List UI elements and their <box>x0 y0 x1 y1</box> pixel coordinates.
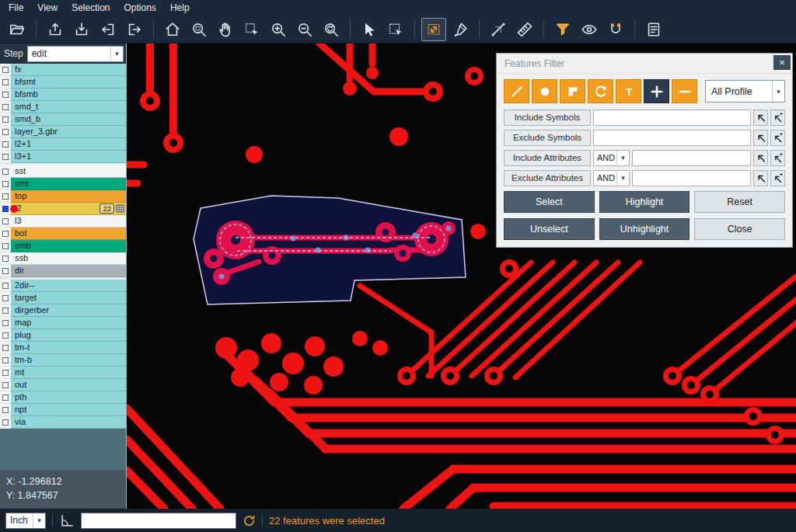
layer-name-cell[interactable]: out <box>11 379 126 391</box>
zoom-window-tool-button[interactable] <box>187 18 211 41</box>
layer-checkbox[interactable] <box>0 113 11 126</box>
layer-checkbox[interactable] <box>0 292 11 304</box>
command-input[interactable] <box>81 513 236 529</box>
layer-name-cell[interactable]: top <box>11 190 126 203</box>
area-select-tool-button[interactable] <box>239 18 264 41</box>
layer-name-cell[interactable]: layer_3.gbr <box>11 126 126 138</box>
select-features-tool-button[interactable] <box>421 18 446 41</box>
marquee-select-tool-button[interactable] <box>383 18 408 41</box>
pick-arrow-star-button[interactable] <box>770 130 785 146</box>
layer-name-cell[interactable]: l2+1 <box>11 138 126 151</box>
include-attributes-button[interactable]: Include Attributes <box>504 150 591 166</box>
layer-name-cell[interactable]: plug <box>11 329 126 342</box>
layer-name-cell[interactable]: fx <box>11 64 126 76</box>
layer-name-cell[interactable]: smt <box>11 178 126 190</box>
layer-checkbox[interactable] <box>0 203 11 215</box>
pick-arrow-button[interactable] <box>753 110 768 126</box>
pick-arrow-button[interactable] <box>753 150 768 166</box>
highlight-button[interactable]: Highlight <box>599 191 690 213</box>
exclude-symbols-button[interactable]: Exclude Symbols <box>504 130 591 146</box>
refresh-icon[interactable] <box>243 514 256 527</box>
dialog-title-bar[interactable]: Features Filter × <box>497 54 792 74</box>
layer-checkbox[interactable] <box>0 126 11 138</box>
add-filter-button[interactable] <box>644 79 669 103</box>
layer-row-bot[interactable]: bot <box>0 228 126 240</box>
layer-name-cell[interactable]: via <box>11 416 126 429</box>
zoom-in-tool-button[interactable] <box>266 18 291 41</box>
layer-checkbox[interactable] <box>0 317 11 329</box>
line-select-tool-button[interactable] <box>486 18 511 41</box>
layer-row-tm-t[interactable]: tm-t <box>0 342 126 354</box>
include-symbols-button[interactable]: Include Symbols <box>504 110 591 126</box>
layer-row-smt[interactable]: smt <box>0 178 126 190</box>
arc-feature-button[interactable] <box>588 79 613 103</box>
layer-row-l3+1[interactable]: l3+1 <box>0 151 126 163</box>
layer-row-dir[interactable]: dir <box>0 265 126 277</box>
profile-select[interactable]: All Profile▾ <box>705 80 785 103</box>
home-tool-button[interactable] <box>160 18 185 41</box>
layer-checkbox[interactable] <box>0 280 11 292</box>
menu-options[interactable]: Options <box>117 0 163 16</box>
pointer-tool-button[interactable] <box>357 18 382 41</box>
open-tool-button[interactable] <box>5 18 30 41</box>
close-button[interactable]: × <box>773 55 791 70</box>
layer-checkbox[interactable] <box>0 101 11 113</box>
layer-row-fx[interactable]: fx <box>0 64 126 76</box>
layer-row-layer_3.gbr[interactable]: layer_3.gbr <box>0 126 126 138</box>
filter-value-input[interactable] <box>632 170 751 186</box>
close-button[interactable]: Close <box>694 218 785 240</box>
layer-checkbox[interactable] <box>0 76 11 89</box>
layer-checkbox[interactable] <box>0 252 11 265</box>
measure-tool-button[interactable] <box>512 18 537 41</box>
logic-select[interactable]: AND▾ <box>593 150 630 166</box>
layer-checkbox[interactable] <box>0 354 11 367</box>
layer-checkbox[interactable] <box>0 416 11 429</box>
surface-feature-button[interactable] <box>560 79 585 103</box>
layer-checkbox[interactable] <box>0 178 11 190</box>
layer-name-cell[interactable]: l3+1 <box>11 151 126 163</box>
logic-select[interactable]: AND▾ <box>593 170 630 186</box>
layer-row-out[interactable]: out <box>0 379 126 391</box>
layer-row-map[interactable]: map <box>0 317 126 329</box>
menu-file[interactable]: File <box>2 0 30 16</box>
layer-row-top[interactable]: top <box>0 190 126 203</box>
layer-checkbox[interactable] <box>0 265 11 277</box>
layer-checkbox[interactable] <box>0 228 11 240</box>
menu-view[interactable]: View <box>30 0 65 16</box>
layer-row-npt[interactable]: npt <box>0 404 126 416</box>
layer-name-cell[interactable]: smd_b <box>11 113 126 126</box>
view-options-tool-button[interactable] <box>577 18 602 41</box>
exclude-attributes-button[interactable]: Exclude Attributes <box>504 170 591 186</box>
report-tool-button[interactable] <box>641 18 666 41</box>
layer-checkbox[interactable] <box>0 190 11 203</box>
layer-row-l3[interactable]: l3 <box>0 215 126 228</box>
import-left-tool-button[interactable] <box>96 18 120 41</box>
layer-checkbox[interactable] <box>0 404 11 416</box>
layer-row-l2[interactable]: l222 <box>0 203 126 215</box>
pan-tool-button[interactable] <box>213 18 238 41</box>
layer-row-2dir--[interactable]: 2dir-- <box>0 280 126 292</box>
layer-row-bfsmb[interactable]: bfsmb <box>0 89 126 101</box>
layer-checkbox[interactable] <box>0 329 11 342</box>
layer-name-cell[interactable]: smd_t <box>11 101 126 113</box>
layer-row-l2+1[interactable]: l2+1 <box>0 138 126 151</box>
layer-name-cell[interactable]: ssb <box>11 252 126 265</box>
layer-name-cell[interactable]: 2dir-- <box>11 280 126 292</box>
layer-name-cell[interactable]: l3 <box>11 215 126 228</box>
layer-name-cell[interactable]: mt <box>11 367 126 379</box>
layer-name-cell[interactable]: tm-t <box>11 342 126 354</box>
layer-row-smd_b[interactable]: smd_b <box>0 113 126 126</box>
layer-row-dirgerber[interactable]: dirgerber <box>0 304 126 317</box>
layer-name-cell[interactable]: smb <box>11 240 126 252</box>
snap-tool-button[interactable] <box>603 18 628 41</box>
layer-name-cell[interactable]: pth <box>11 391 126 404</box>
import-down-tool-button[interactable] <box>69 18 94 41</box>
unselect-button[interactable]: Unselect <box>504 218 595 240</box>
zoom-reset-tool-button[interactable] <box>319 18 344 41</box>
layer-name-cell[interactable]: sst <box>11 165 126 178</box>
layer-row-smb[interactable]: smb <box>0 240 126 252</box>
layer-row-via[interactable]: via <box>0 416 126 429</box>
import-up-tool-button[interactable] <box>43 18 68 41</box>
layer-checkbox[interactable] <box>0 138 11 151</box>
layer-name-cell[interactable]: dirgerber <box>11 304 126 317</box>
